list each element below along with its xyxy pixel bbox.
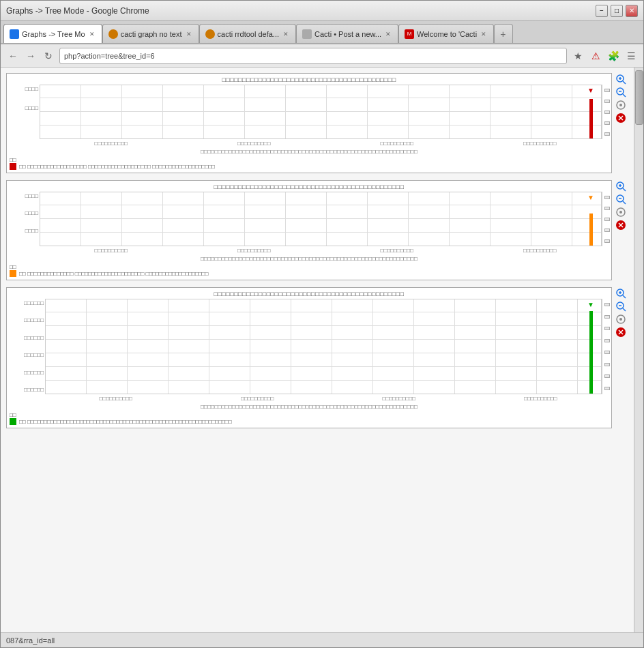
y-axis-3: □□□□□□ □□□□□□ □□□□□□ □□□□□□ □□□□□□ □□□□□… xyxy=(7,299,45,394)
extensions-button[interactable]: 🧩 xyxy=(606,49,620,63)
address-bar: ← → ↻ php?action=tree&tree_id=6 ★ ⚠ 🧩 ☰ xyxy=(1,44,643,68)
tab-label: Welcome to 'Cacti xyxy=(417,30,477,38)
side-dot xyxy=(604,327,610,330)
graph-canvas-2: ▼ xyxy=(40,192,602,246)
tab-close-button[interactable]: ✕ xyxy=(282,30,290,38)
graph-controls-2 xyxy=(613,180,628,231)
tab-cacti-rrdtool[interactable]: cacti rrdtool defa... ✕ xyxy=(199,24,297,43)
x-label: □□□□□□□□□□ xyxy=(523,248,556,254)
legend-row-2: □□ □□□□□□□□□□□□□□□□□□ □□□□□□□□□□□□□□□□□□… xyxy=(10,163,609,170)
tab-favicon xyxy=(108,29,118,39)
delete-button-3[interactable] xyxy=(615,326,627,338)
x-label: □□□□□□□□□□ xyxy=(381,141,413,147)
tab-close-button[interactable]: ✕ xyxy=(185,30,193,38)
y-label: □□□□ xyxy=(25,193,38,199)
legend-color xyxy=(10,270,16,277)
back-button[interactable]: ← xyxy=(6,49,20,63)
graph-body-3: □□□□□□ □□□□□□ □□□□□□ □□□□□□ □□□□□□ □□□□□… xyxy=(7,299,611,394)
legend-row-2: □□ □□□□□□□□□□□□□□ □□□□□□□□□□□□□□□□□□□□□ … xyxy=(10,270,609,277)
tab-favicon xyxy=(302,29,312,39)
settings-button-3[interactable] xyxy=(615,313,627,325)
settings-button-1[interactable] xyxy=(615,99,627,111)
y-label: □□□□□□ xyxy=(24,387,44,393)
y-label: □□□□ xyxy=(25,210,38,216)
minimize-button[interactable]: − xyxy=(596,5,608,17)
y-label: □□□□□□ xyxy=(24,300,44,306)
y-label: □□□□□□ xyxy=(24,370,44,376)
x-label: □□□□□□□□□□ xyxy=(524,396,557,402)
side-dot xyxy=(604,303,610,306)
scrollbar-thumb[interactable] xyxy=(635,70,643,125)
tab-favicon xyxy=(205,29,215,39)
legend-row-1: □□ xyxy=(10,412,609,418)
side-dot xyxy=(604,239,610,243)
x-axis-3: □□□□□□□□□□ □□□□□□□□□□ □□□□□□□□□□ □□□□□□□… xyxy=(7,394,611,403)
legend-row-1: □□ xyxy=(10,157,609,163)
graph-title-3: □□□□□□□□□□□□□□□□□□□□□□□□□□□□□□□□□□□□□□□□… xyxy=(7,288,611,299)
svg-line-25 xyxy=(623,295,626,298)
content-area: □□□□□□□□□□□□□□□□□□□□□□□□□□□□□□□□□□□□□□□□… xyxy=(1,68,643,632)
y-label: □□□□ xyxy=(25,228,38,234)
graph-body-2: □□□□ □□□□ □□□□ ▼ xyxy=(7,192,611,246)
svg-line-5 xyxy=(623,94,626,97)
side-dot xyxy=(604,121,610,125)
scrollbar[interactable] xyxy=(634,68,643,632)
graph-legend-1: □□ □□ □□□□□□□□□□□□□□□□□□ □□□□□□□□□□□□□□□… xyxy=(7,156,611,173)
bar-arrow-3: ▼ xyxy=(587,301,594,308)
graph-controls-1 xyxy=(613,73,628,124)
bookmark-button[interactable]: ★ xyxy=(571,49,585,63)
side-dot xyxy=(604,111,610,114)
window-controls: − □ ✕ xyxy=(596,5,638,17)
zoom-in-button-2[interactable] xyxy=(615,180,627,192)
bar-arrow-1: ▼ xyxy=(587,87,594,94)
menu-button[interactable]: ☰ xyxy=(624,49,638,63)
tab-post-new[interactable]: Cacti • Post a new... ✕ xyxy=(296,24,398,43)
url-text: php?action=tree&tree_id=6 xyxy=(64,52,155,60)
side-dot xyxy=(604,207,610,210)
svg-line-29 xyxy=(623,308,626,311)
side-dot xyxy=(604,89,610,92)
y-label: □□□□ xyxy=(25,105,38,111)
zoom-in-button-3[interactable] xyxy=(615,287,627,299)
side-dot xyxy=(604,339,610,342)
graph-panel-2: □□□□□□□□□□□□□□□□□□□□□□□□□□□□□□□□□□□□□□□□… xyxy=(6,180,612,280)
zoom-in-button-1[interactable] xyxy=(615,73,627,85)
zoom-out-button-3[interactable] xyxy=(615,300,627,312)
tab-close-button[interactable]: ✕ xyxy=(384,30,392,38)
maximize-button[interactable]: □ xyxy=(611,5,623,17)
legend-text: □□ □□□□□□□□□□□□□□□□□□□□□□□□□□□□□□□□□□□□□… xyxy=(19,419,231,425)
graph-panel-3: □□□□□□□□□□□□□□□□□□□□□□□□□□□□□□□□□□□□□□□□… xyxy=(6,287,612,428)
graph-legend-3: □□ □□ □□□□□□□□□□□□□□□□□□□□□□□□□□□□□□□□□□… xyxy=(7,411,611,428)
tab-cacti-graph[interactable]: cacti graph no text ✕ xyxy=(102,24,199,43)
x-label: □□□□□□□□□□ xyxy=(383,396,415,402)
delete-button-2[interactable] xyxy=(615,219,627,231)
delete-button-1[interactable] xyxy=(615,112,627,124)
reload-button[interactable]: ↻ xyxy=(42,49,55,63)
x-label: □□□□□□□□□□ xyxy=(241,396,274,402)
bar-spike-2 xyxy=(589,213,593,246)
tab-welcome-cacti[interactable]: M Welcome to 'Cacti ✕ xyxy=(398,24,494,43)
close-button[interactable]: ✕ xyxy=(626,5,638,17)
x-label: □□□□□□□□□□ xyxy=(100,396,132,402)
tab-close-button[interactable]: ✕ xyxy=(480,30,488,38)
browser-window: Graphs -> Tree Mode - Google Chrome − □ … xyxy=(0,0,644,648)
new-tab-button[interactable]: + xyxy=(494,24,513,43)
status-bar: 087&rra_id=all xyxy=(1,632,643,647)
tab-graphs-tree[interactable]: Graphs -> Tree Mo ✕ xyxy=(3,24,102,43)
side-dot xyxy=(604,315,610,319)
y-label: □□□□□□ xyxy=(24,352,44,358)
y-axis-1: □□□□ □□□□ xyxy=(7,85,40,139)
forward-button[interactable]: → xyxy=(24,49,38,63)
tab-close-button[interactable]: ✕ xyxy=(88,30,96,38)
url-input[interactable]: php?action=tree&tree_id=6 xyxy=(59,48,567,64)
graph-canvas-1: ▼ xyxy=(40,85,602,139)
svg-line-1 xyxy=(623,81,626,84)
zoom-out-button-2[interactable] xyxy=(615,193,627,205)
settings-button-2[interactable] xyxy=(615,206,627,218)
side-dot xyxy=(604,132,610,136)
x-axis-1: □□□□□□□□□□ □□□□□□□□□□ □□□□□□□□□□ □□□□□□□… xyxy=(7,139,611,148)
legend-row-2: □□ □□□□□□□□□□□□□□□□□□□□□□□□□□□□□□□□□□□□□… xyxy=(10,418,609,425)
zoom-out-button-1[interactable] xyxy=(615,86,627,98)
side-dots-3 xyxy=(602,299,611,394)
graph-panel-1: □□□□□□□□□□□□□□□□□□□□□□□□□□□□□□□□□□□□□□□□… xyxy=(6,73,612,173)
